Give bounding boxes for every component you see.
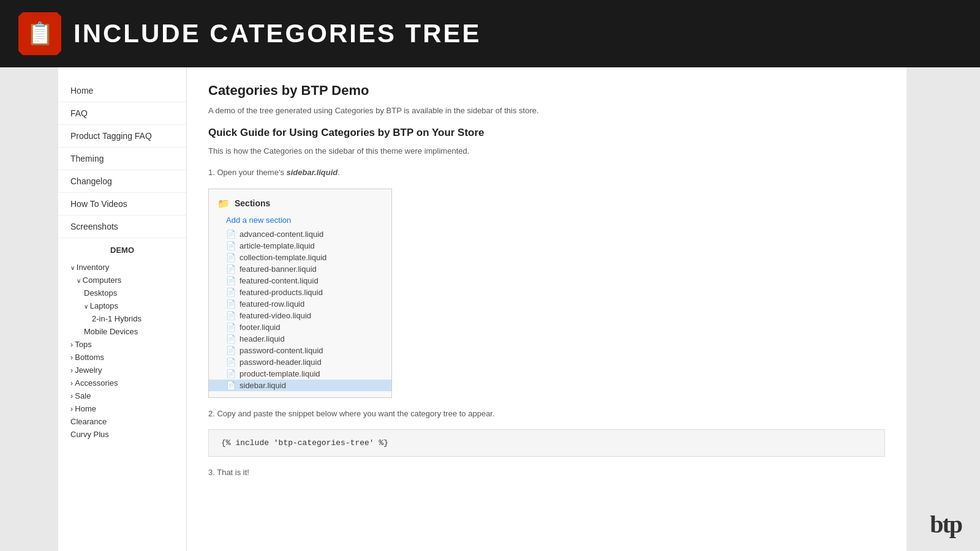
tree-item-curvy-plus[interactable]: Curvy Plus	[58, 428, 186, 441]
file-name: header.liquid	[239, 334, 285, 343]
tree-item-laptops[interactable]: Laptops	[58, 299, 186, 312]
chevron-right-icon	[70, 353, 75, 362]
file-icon: 📄	[226, 241, 236, 250]
sidebar-item-changelog[interactable]: Changelog	[58, 170, 186, 193]
tree-item-clearance[interactable]: Clearance	[58, 415, 186, 428]
chevron-right-icon	[70, 378, 75, 388]
file-icon: 📄	[226, 253, 236, 262]
file-name: featured-video.liquid	[239, 311, 311, 320]
file-icon: 📄	[226, 276, 236, 285]
btp-logo: btp	[930, 510, 962, 539]
file-icon: 📄	[226, 299, 236, 309]
file-row-sidebar[interactable]: 📄 sidebar.liquid	[209, 380, 391, 391]
tree-item-mobile-devices[interactable]: Mobile Devices	[58, 325, 186, 338]
sidebar-item-product-tagging-faq[interactable]: Product Tagging FAQ	[58, 125, 186, 148]
guide-description: This is how the Categories on the sideba…	[208, 145, 885, 157]
file-icon: 📄	[226, 369, 236, 378]
chevron-right-icon	[70, 340, 75, 349]
file-name: footer.liquid	[239, 323, 281, 332]
header-icon: 📋	[18, 12, 61, 55]
file-row-featured-content[interactable]: 📄 featured-content.liquid	[209, 275, 391, 287]
header-icon-glyph: 📋	[26, 21, 54, 47]
file-row-product-template[interactable]: 📄 product-template.liquid	[209, 368, 391, 380]
content-title: Categories by BTP Demo	[208, 83, 885, 99]
sidebar-item-theming[interactable]: Theming	[58, 148, 186, 170]
file-row-featured-row[interactable]: 📄 featured-row.liquid	[209, 298, 391, 310]
tree-item-computers[interactable]: Computers	[58, 274, 186, 287]
file-name: password-header.liquid	[239, 358, 322, 367]
chevron-right-icon	[70, 391, 75, 400]
file-row-password-header[interactable]: 📄 password-header.liquid	[209, 356, 391, 368]
file-row-featured-video[interactable]: 📄 featured-video.liquid	[209, 310, 391, 321]
file-panel-sections-label: Sections	[235, 198, 270, 208]
file-icon: 📄	[226, 230, 236, 239]
tree-item-hybrids[interactable]: 2-in-1 Hybrids	[58, 312, 186, 325]
file-row-password-content[interactable]: 📄 password-content.liquid	[209, 345, 391, 356]
file-row-footer[interactable]: 📄 footer.liquid	[209, 321, 391, 333]
content-description: A demo of the tree generated using Categ…	[208, 105, 885, 117]
tree-item-accessories[interactable]: Accessories	[58, 377, 186, 389]
file-row-article-template[interactable]: 📄 article-template.liquid	[209, 240, 391, 252]
file-icon: 📄	[226, 288, 236, 297]
sidebar-item-screenshots[interactable]: Screenshots	[58, 216, 186, 238]
chevron-down-icon	[77, 276, 83, 285]
file-panel-header: 📁 Sections	[209, 195, 391, 214]
file-row-advanced-content[interactable]: 📄 advanced-content.liquid	[209, 228, 391, 240]
file-row-collection-template[interactable]: 📄 collection-template.liquid	[209, 252, 391, 263]
tree-item-sale[interactable]: Sale	[58, 389, 186, 402]
file-name: password-content.liquid	[239, 346, 323, 355]
file-icon: 📄	[226, 323, 236, 332]
file-name: sidebar.liquid	[239, 381, 286, 390]
sidebar-tree: Inventory Computers Desktops Laptops 2-i…	[58, 258, 186, 443]
file-name: article-template.liquid	[239, 241, 315, 250]
sidebar-item-faq[interactable]: FAQ	[58, 102, 186, 125]
right-padding	[907, 67, 980, 551]
file-panel: 📁 Sections Add a new section 📄 advanced-…	[208, 189, 392, 398]
file-row-featured-products[interactable]: 📄 featured-products.liquid	[209, 287, 391, 298]
sidebar-item-home[interactable]: Home	[58, 80, 186, 102]
sidebar-item-how-to-videos[interactable]: How To Videos	[58, 193, 186, 216]
chevron-down-icon	[84, 301, 90, 310]
file-name: featured-banner.liquid	[239, 264, 317, 274]
file-name: featured-products.liquid	[239, 288, 323, 297]
step1-text: 1. Open your theme's sidebar.liquid.	[208, 167, 885, 179]
guide-title: Quick Guide for Using Categories by BTP …	[208, 127, 885, 139]
main-wrapper: Home FAQ Product Tagging FAQ Theming Cha…	[0, 67, 980, 551]
file-icon: 📄	[226, 311, 236, 320]
file-row-header[interactable]: 📄 header.liquid	[209, 333, 391, 345]
demo-section-label: DEMO	[58, 238, 186, 258]
file-name: product-template.liquid	[239, 369, 320, 378]
tree-item-bottoms[interactable]: Bottoms	[58, 351, 186, 364]
file-icon: 📄	[226, 264, 236, 274]
code-snippet: {% include 'btp-categories-tree' %}	[208, 429, 885, 457]
chevron-down-icon	[70, 263, 77, 272]
file-name: collection-template.liquid	[239, 253, 326, 262]
file-icon: 📄	[226, 381, 236, 390]
header-title: INCLUDE CATEGORIES TREE	[74, 19, 481, 48]
tree-item-home-cat[interactable]: Home	[58, 402, 186, 415]
sidebar: Home FAQ Product Tagging FAQ Theming Cha…	[58, 67, 187, 551]
file-name: advanced-content.liquid	[239, 230, 323, 239]
step2-text: 2. Copy and paste the snippet below wher…	[208, 408, 885, 420]
step3-text: 3. That is it!	[208, 467, 885, 479]
file-name: featured-content.liquid	[239, 276, 318, 285]
file-icon: 📄	[226, 334, 236, 343]
header: 📋 INCLUDE CATEGORIES TREE	[0, 0, 980, 67]
file-name: featured-row.liquid	[239, 299, 304, 309]
file-row-featured-banner[interactable]: 📄 featured-banner.liquid	[209, 263, 391, 275]
file-icon: 📄	[226, 358, 236, 367]
file-icon: 📄	[226, 346, 236, 355]
tree-item-tops[interactable]: Tops	[58, 338, 186, 351]
tree-item-inventory[interactable]: Inventory	[58, 261, 186, 274]
folder-icon: 📁	[217, 198, 230, 209]
step1-bold: sidebar.liquid	[287, 168, 338, 177]
chevron-right-icon	[70, 365, 75, 375]
tree-item-jewelry[interactable]: Jewelry	[58, 364, 186, 377]
content-area: Categories by BTP Demo A demo of the tre…	[187, 67, 907, 551]
add-new-section-link[interactable]: Add a new section	[209, 214, 391, 226]
chevron-right-icon	[70, 404, 75, 413]
tree-item-desktops[interactable]: Desktops	[58, 287, 186, 299]
left-padding	[0, 67, 58, 551]
